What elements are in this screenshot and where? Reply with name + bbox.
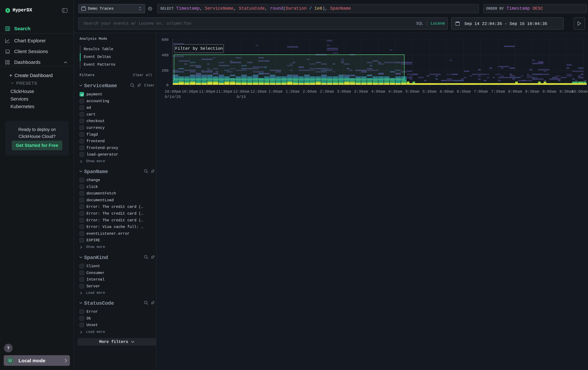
svg-text:1:30am: 1:30am xyxy=(286,90,299,94)
svg-text:11:30pm: 11:30pm xyxy=(216,90,232,94)
svg-text:200: 200 xyxy=(162,69,168,73)
svg-text:8:30am: 8:30am xyxy=(525,90,539,94)
svg-text:9/15: 9/15 xyxy=(237,95,246,99)
svg-text:3:30am: 3:30am xyxy=(354,90,368,94)
svg-text:10:30pm: 10:30pm xyxy=(182,90,198,94)
svg-text:6:00am: 6:00am xyxy=(440,90,453,94)
svg-text:2:00am: 2:00am xyxy=(303,90,316,94)
svg-text:10:00pm: 10:00pm xyxy=(165,90,181,94)
svg-text:7:30am: 7:30am xyxy=(491,90,505,94)
svg-text:10:00am: 10:00am xyxy=(571,90,588,94)
svg-text:9/14/25: 9/14/25 xyxy=(165,95,181,99)
svg-text:6:30am: 6:30am xyxy=(457,90,471,94)
svg-text:600: 600 xyxy=(162,38,168,42)
svg-text:1:00am: 1:00am xyxy=(269,90,283,94)
svg-text:400: 400 xyxy=(162,53,168,57)
svg-text:5:30am: 5:30am xyxy=(422,90,436,94)
svg-text:12:00am: 12:00am xyxy=(233,90,249,94)
svg-text:11:00pm: 11:00pm xyxy=(199,90,215,94)
svg-text:9:00am: 9:00am xyxy=(542,90,556,94)
svg-text:12:30am: 12:30am xyxy=(250,90,267,94)
svg-text:8:00am: 8:00am xyxy=(508,90,522,94)
svg-text:0: 0 xyxy=(166,83,168,87)
svg-text:7:00am: 7:00am xyxy=(474,90,488,94)
svg-text:2:30am: 2:30am xyxy=(320,90,334,94)
svg-text:3:00am: 3:00am xyxy=(337,90,351,94)
svg-text:5:00am: 5:00am xyxy=(405,90,419,94)
svg-text:4:00am: 4:00am xyxy=(371,90,385,94)
svg-text:4:30am: 4:30am xyxy=(388,90,402,94)
